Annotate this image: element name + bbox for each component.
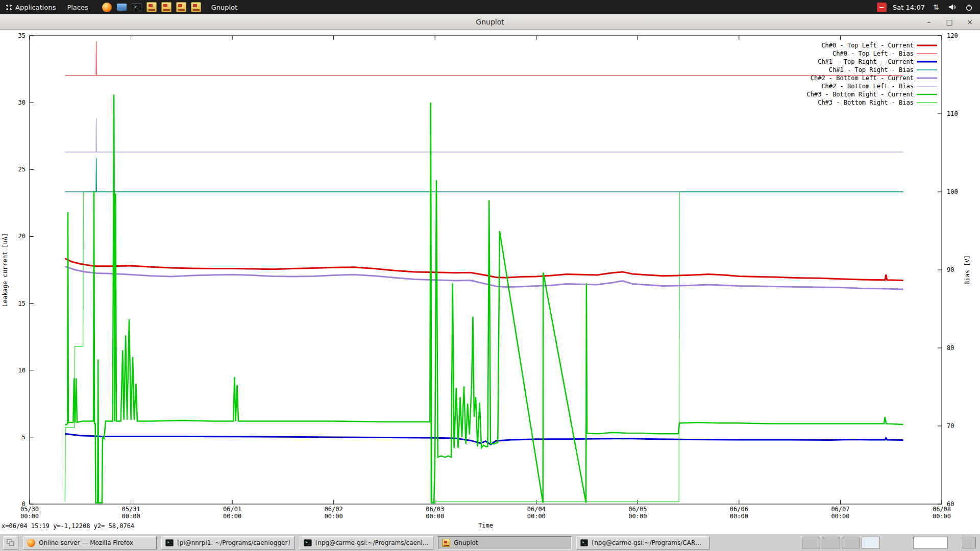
gnuplot-launcher-icon xyxy=(176,2,186,12)
y-axis-left: 05101520253035Leakage current [uA] xyxy=(2,32,34,508)
close-button[interactable]: × xyxy=(960,14,980,29)
series-ch-1-top-right-bias xyxy=(65,158,903,192)
x-axis-title: Time xyxy=(478,522,493,529)
svg-text:00:00: 00:00 xyxy=(933,513,951,520)
gnuplot-launcher-1[interactable] xyxy=(146,2,157,12)
svg-text:00:00: 00:00 xyxy=(20,513,39,520)
svg-text:110: 110 xyxy=(947,110,958,117)
taskbar-item-label: [pi@nnrpi1: ~/Programs/caenlogger] xyxy=(177,539,290,546)
workspace-cell-4[interactable] xyxy=(862,537,880,548)
workspace-switcher[interactable] xyxy=(802,537,880,548)
legend-label: Ch#0 - Top Left - Current xyxy=(821,42,914,49)
svg-text:06/02: 06/02 xyxy=(325,506,343,513)
legend-label: Ch#3 - Bottom Right - Current xyxy=(806,91,914,98)
firefox-launcher[interactable] xyxy=(102,2,112,12)
legend: Ch#0 - Top Left - CurrentCh#0 - Top Left… xyxy=(806,42,937,106)
svg-text:00:00: 00:00 xyxy=(223,513,241,520)
taskbar-item-firefox[interactable]: Online server — Mozilla Firefox xyxy=(23,536,157,549)
series-ch-0-top-left-bias xyxy=(65,41,903,76)
svg-text:80: 80 xyxy=(947,344,954,352)
terminal-icon: >_ xyxy=(580,539,588,546)
workspace-cell-1[interactable] xyxy=(802,537,820,548)
taskbar-item-terminal-npg-1[interactable]: >_ [npg@carme-gsi:~/Programs/caenlo... xyxy=(300,536,433,549)
legend-label: Ch#3 - Bottom Right - Bias xyxy=(818,99,914,106)
svg-text:20: 20 xyxy=(18,233,26,240)
volume-icon[interactable] xyxy=(947,2,958,12)
series-lines xyxy=(65,41,903,503)
svg-text:100: 100 xyxy=(947,188,958,195)
plot-border xyxy=(30,36,942,504)
gnuplot-launcher-3[interactable] xyxy=(176,2,186,12)
places-menu-label: Places xyxy=(67,4,88,11)
terminal-launcher[interactable]: >_ xyxy=(132,2,142,12)
svg-text:00:00: 00:00 xyxy=(121,513,140,520)
do-not-disturb-icon[interactable]: − xyxy=(877,3,887,12)
maximize-button[interactable]: □ xyxy=(939,14,960,29)
workspace-cell-2[interactable] xyxy=(822,537,840,548)
show-desktop-button[interactable] xyxy=(3,536,18,549)
gnuplot-launcher-icon xyxy=(191,2,201,12)
applications-menu-label: Applications xyxy=(15,4,56,11)
window-titlebar[interactable]: Gnuplot – □ × xyxy=(0,14,980,30)
power-icon[interactable] xyxy=(964,2,974,12)
series-ch-0-top-left-current xyxy=(65,259,903,281)
mouse-coordinate-readout: x=06/04 15:19 y=-1,12208 y2= 58,0764 xyxy=(2,522,134,530)
applications-menu[interactable]: Applications xyxy=(0,0,61,14)
gnuplot-launcher-icon xyxy=(146,2,157,12)
taskbar-tray xyxy=(913,537,948,548)
panel-status-area: − Sat 14:07 ⇅ xyxy=(877,2,980,12)
y-axis-right: 60708090100110120Bias [V] xyxy=(938,32,971,508)
window-title: Gnuplot xyxy=(0,18,980,26)
network-icon[interactable]: ⇅ xyxy=(931,2,941,12)
svg-text:00:00: 00:00 xyxy=(426,513,444,520)
svg-text:120: 120 xyxy=(947,32,958,39)
gnuplot-launcher-2[interactable] xyxy=(161,2,172,12)
svg-text:00:00: 00:00 xyxy=(527,513,546,520)
svg-text:06/08: 06/08 xyxy=(933,506,951,513)
svg-text:06/07: 06/07 xyxy=(831,506,849,513)
gnuplot-icon xyxy=(442,539,450,547)
svg-text:00:00: 00:00 xyxy=(325,513,343,520)
x-axis: 05/3000:0005/3100:0006/0100:0006/0200:00… xyxy=(20,36,951,529)
svg-text:25: 25 xyxy=(18,166,26,173)
svg-text:90: 90 xyxy=(947,266,954,273)
taskbar-item-terminal-pi[interactable]: >_ [pi@nnrpi1: ~/Programs/caenlogger] xyxy=(161,536,295,549)
svg-text:06/04: 06/04 xyxy=(527,506,546,513)
applications-menu-icon xyxy=(6,4,12,11)
taskbar-item-gnuplot[interactable]: Gnuplot xyxy=(438,536,572,549)
panel-launchers: >_ xyxy=(102,2,201,12)
svg-text:35: 35 xyxy=(18,32,26,39)
legend-label: Ch#2 - Bottom Left - Current xyxy=(811,74,914,82)
svg-text:00:00: 00:00 xyxy=(831,513,849,520)
panel-clock[interactable]: Sat 14:07 xyxy=(893,4,925,11)
terminal-icon: >_ xyxy=(132,3,141,11)
legend-label: Ch#0 - Top Left - Bias xyxy=(832,50,914,57)
plot-area[interactable]: 05101520253035Leakage current [uA]607080… xyxy=(0,30,980,534)
file-manager-launcher[interactable] xyxy=(117,2,127,12)
svg-text:00:00: 00:00 xyxy=(628,513,647,520)
series-ch-3-bottom-right-bias xyxy=(65,192,903,502)
firefox-icon xyxy=(27,539,35,547)
workspace-cell-3[interactable] xyxy=(842,537,860,548)
svg-text:10: 10 xyxy=(18,367,26,374)
panel-app-label: Gnuplot xyxy=(211,4,237,11)
gnuplot-launcher-4[interactable] xyxy=(191,2,201,12)
top-panel: Applications Places >_ Gnuplot − Sat 14:… xyxy=(0,0,980,14)
show-desktop-icon xyxy=(7,539,15,546)
terminal-icon: >_ xyxy=(304,539,312,546)
series-ch-1-top-right-current xyxy=(65,434,903,444)
file-manager-icon xyxy=(117,4,127,11)
taskbar-item-label: [npg@carme-gsi:~/Programs/CARME... xyxy=(592,539,706,546)
series-ch-2-bottom-left-bias xyxy=(65,118,903,152)
svg-text:70: 70 xyxy=(947,422,954,430)
taskbar-item-terminal-npg-2[interactable]: >_ [npg@carme-gsi:~/Programs/CARME... xyxy=(576,536,710,549)
svg-text:5: 5 xyxy=(22,434,26,441)
places-menu[interactable]: Places xyxy=(61,0,93,14)
taskbar: Online server — Mozilla Firefox >_ [pi@n… xyxy=(0,534,980,551)
gnuplot-launcher-icon xyxy=(161,2,172,12)
svg-text:15: 15 xyxy=(18,300,26,307)
legend-label: Ch#2 - Bottom Left - Bias xyxy=(821,83,914,90)
minimize-button[interactable]: – xyxy=(919,14,939,29)
svg-text:06/05: 06/05 xyxy=(628,506,647,513)
taskbar-end-box xyxy=(963,537,976,548)
